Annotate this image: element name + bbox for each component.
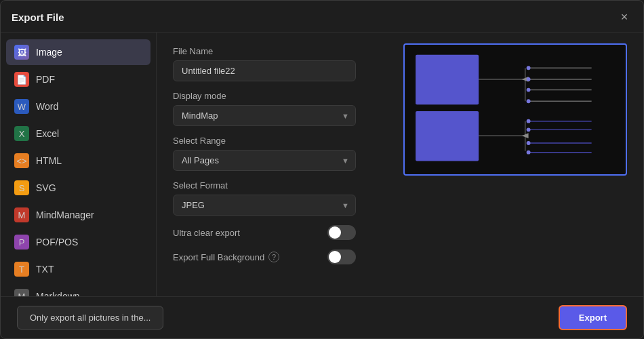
- markdown-icon: M: [14, 289, 29, 296]
- only-export-button[interactable]: Only export all pictures in the...: [17, 306, 163, 330]
- sidebar-item-label-pof: POF/POS: [36, 237, 78, 247]
- preview-box: [403, 43, 627, 176]
- txt-icon: T: [14, 262, 29, 277]
- file-name-label: File Name: [173, 46, 376, 56]
- svg-point-25: [527, 141, 531, 145]
- display-mode-label: Display mode: [173, 91, 376, 101]
- select-range-select-wrap: All PagesCurrent PageCustom ▼: [173, 150, 356, 171]
- export-full-bg-toggle[interactable]: [327, 250, 356, 264]
- sidebar-item-label-mindmanager: MindManager: [36, 210, 94, 220]
- modal-title: Export File: [12, 12, 64, 23]
- ultra-clear-label: Ultra clear export: [173, 228, 240, 238]
- svg-point-20: [527, 77, 531, 81]
- export-full-bg-row: Export Full Background ?: [173, 250, 356, 264]
- svg-rect-2: [416, 111, 479, 161]
- file-name-row: File Name: [173, 46, 376, 81]
- sidebar-item-markdown[interactable]: MMarkdown: [6, 283, 150, 296]
- sidebar-item-label-pdf: PDF: [36, 74, 55, 85]
- sidebar-item-mindmanager[interactable]: MMindManager: [6, 202, 150, 228]
- select-format-select-wrap: JPEGPNGBMPGIF ▼: [173, 195, 356, 216]
- sidebar-item-label-excel: Excel: [36, 128, 59, 139]
- svg-point-23: [527, 119, 531, 123]
- ultra-clear-toggle-knob: [329, 226, 341, 239]
- sidebar-item-svg[interactable]: SSVG: [6, 175, 150, 201]
- svg-point-22: [527, 99, 531, 103]
- select-range-row: Select Range All PagesCurrent PageCustom…: [173, 136, 376, 171]
- display-mode-row: Display mode MindMapOutlineGantt ▼: [173, 91, 376, 126]
- sidebar-item-txt[interactable]: TTXT: [6, 256, 150, 282]
- export-full-bg-help-icon[interactable]: ?: [268, 252, 279, 262]
- ultra-clear-row: Ultra clear export: [173, 225, 356, 240]
- sidebar-item-word[interactable]: WWord: [6, 94, 150, 119]
- file-name-input[interactable]: [173, 60, 356, 81]
- svg-point-24: [527, 127, 531, 132]
- select-range-select[interactable]: All PagesCurrent PageCustom: [173, 150, 356, 171]
- modal-footer: Only export all pictures in the... Expor…: [1, 296, 643, 338]
- sidebar-item-label-word: Word: [36, 101, 58, 112]
- sidebar-item-image[interactable]: 🖼Image: [6, 39, 150, 65]
- preview-panel: [393, 33, 643, 296]
- select-format-label: Select Format: [173, 180, 376, 191]
- word-icon: W: [14, 99, 29, 114]
- sidebar-item-html[interactable]: <>HTML: [6, 148, 150, 174]
- svg-icon: S: [14, 180, 29, 195]
- modal-header: Export File ×: [1, 1, 643, 33]
- pdf-icon: 📄: [14, 72, 29, 87]
- svg-rect-1: [416, 55, 479, 104]
- sidebar-item-label-markdown: Markdown: [36, 291, 80, 296]
- svg-point-26: [527, 151, 531, 155]
- svg-point-19: [527, 66, 531, 70]
- display-mode-select[interactable]: MindMapOutlineGantt: [173, 105, 356, 126]
- sidebar-item-excel[interactable]: XExcel: [6, 121, 150, 146]
- select-format-row: Select Format JPEGPNGBMPGIF ▼: [173, 180, 376, 216]
- ultra-clear-toggle[interactable]: [327, 225, 356, 240]
- sidebar-item-pof[interactable]: PPOF/POS: [6, 229, 150, 255]
- html-icon: <>: [14, 153, 29, 168]
- select-format-select[interactable]: JPEGPNGBMPGIF: [173, 195, 356, 216]
- main-content: File Name Display mode MindMapOutlineGan…: [157, 33, 393, 296]
- sidebar-item-label-svg: SVG: [36, 182, 56, 193]
- sidebar-item-pdf[interactable]: 📄PDF: [6, 66, 150, 92]
- svg-point-21: [527, 88, 531, 92]
- image-icon: 🖼: [14, 45, 29, 60]
- sidebar-item-label-txt: TXT: [36, 264, 54, 275]
- close-button[interactable]: ×: [616, 9, 632, 25]
- sidebar-item-label-html: HTML: [36, 155, 62, 166]
- pof-icon: P: [14, 235, 29, 250]
- excel-icon: X: [14, 126, 29, 141]
- sidebar-item-label-image: Image: [36, 47, 62, 58]
- sidebar: 🖼Image📄PDFWWordXExcel<>HTMLSSVGMMindMana…: [1, 33, 157, 296]
- modal-body: 🖼Image📄PDFWWordXExcel<>HTMLSSVGMMindMana…: [1, 33, 643, 296]
- export-button[interactable]: Export: [559, 305, 627, 330]
- export-file-modal: Export File × 🖼Image📄PDFWWordXExcel<>HTM…: [0, 0, 644, 339]
- select-range-label: Select Range: [173, 136, 376, 146]
- export-full-bg-label: Export Full Background ?: [173, 252, 279, 262]
- display-mode-select-wrap: MindMapOutlineGantt ▼: [173, 105, 356, 126]
- preview-canvas: [405, 45, 626, 174]
- export-full-bg-toggle-knob: [329, 251, 341, 263]
- mindmanager-icon: M: [14, 207, 29, 222]
